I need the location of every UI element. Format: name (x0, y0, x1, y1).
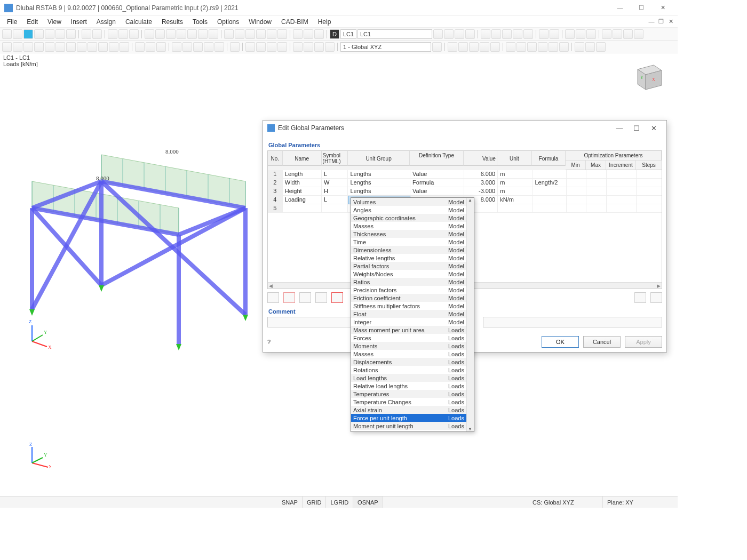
tb-b18[interactable] (304, 29, 313, 39)
tb-r10[interactable] (565, 29, 575, 39)
tb-r2[interactable] (465, 29, 475, 39)
dropdown-item[interactable]: TemperaturesLoads (351, 390, 474, 398)
t2-14[interactable] (146, 42, 155, 52)
t2-41[interactable] (559, 42, 569, 52)
t2-22[interactable] (245, 42, 255, 52)
t2-26[interactable] (293, 42, 303, 52)
t2-7[interactable] (66, 42, 76, 52)
dropdown-item[interactable]: Load lengthsLoads (351, 374, 474, 382)
tb-nav-prev[interactable] (433, 29, 443, 39)
menu-help[interactable]: Help (313, 17, 336, 27)
dropdown-item[interactable]: VolumesModel (351, 198, 474, 206)
dropdown-item[interactable]: Geographic coordinatesModel (351, 214, 474, 222)
status-snap[interactable]: SNAP (277, 497, 303, 508)
lc-field-2[interactable]: LC1 (357, 29, 432, 39)
tb-save[interactable] (45, 29, 54, 39)
tb-r8[interactable] (539, 29, 549, 39)
dropdown-item[interactable]: RotationsLoads (351, 366, 474, 374)
t2-33[interactable] (469, 42, 479, 52)
menu-results[interactable]: Results (157, 17, 188, 27)
t2-9[interactable] (88, 42, 97, 52)
t2-6[interactable] (55, 42, 65, 52)
dropdown-item[interactable]: Precision factorsModel (351, 286, 474, 294)
col-unit[interactable]: Unit (497, 151, 532, 166)
dropdown-item[interactable]: AnglesModel (351, 206, 474, 214)
tb-new[interactable] (2, 29, 12, 39)
dropdown-item[interactable]: Weights/NodesModel (351, 270, 474, 278)
mdi-close-icon[interactable]: ✕ (666, 18, 676, 25)
tb-r6[interactable] (513, 29, 522, 39)
help-button[interactable]: ? (267, 339, 280, 345)
tb-open[interactable] (13, 29, 22, 39)
col-value[interactable]: Value (464, 151, 497, 166)
t2-8[interactable] (77, 42, 86, 52)
delete-row-button[interactable] (283, 292, 295, 303)
tb-r12[interactable] (586, 29, 596, 39)
t2-1[interactable] (2, 42, 12, 52)
tb-r16[interactable] (634, 29, 643, 39)
t2-20[interactable] (214, 42, 224, 52)
tb-b5[interactable] (155, 29, 165, 39)
t2-2[interactable] (13, 42, 22, 52)
menu-cadbim[interactable]: CAD-BIM (276, 17, 313, 27)
dropdown-item[interactable]: Temperature ChangesLoads (351, 398, 474, 406)
col-min[interactable]: Min (566, 161, 586, 170)
menu-options[interactable]: Options (212, 17, 244, 27)
tb-undo[interactable] (82, 29, 91, 39)
col-def-type[interactable]: Definition Type (410, 151, 464, 166)
col-inc[interactable]: Increment (606, 161, 636, 170)
t2-18[interactable] (193, 42, 203, 52)
menu-tools[interactable]: Tools (188, 17, 212, 27)
t2-36[interactable] (506, 42, 515, 52)
t2-32[interactable] (458, 42, 468, 52)
move-right-button[interactable] (315, 292, 327, 303)
t2-29[interactable] (325, 42, 335, 52)
dropdown-item[interactable]: IntegerModel (351, 318, 474, 326)
dropdown-item[interactable]: Friction coefficientModel (351, 294, 474, 302)
tb-r4[interactable] (491, 29, 501, 39)
t2-42[interactable] (575, 42, 584, 52)
t2-28[interactable] (314, 42, 324, 52)
t2-34[interactable] (480, 42, 489, 52)
t2-30[interactable] (432, 42, 442, 52)
tb-b11[interactable] (224, 29, 234, 39)
menu-calculate[interactable]: Calculate (121, 17, 157, 27)
tb-b1[interactable] (108, 29, 117, 39)
menu-view[interactable]: View (43, 17, 66, 27)
col-name[interactable]: Name (283, 151, 322, 166)
t2-43[interactable] (585, 42, 595, 52)
status-grid[interactable]: GRID (303, 497, 327, 508)
global-combo[interactable]: 1 - Global XYZ (340, 42, 431, 52)
tb-r15[interactable] (623, 29, 633, 39)
tb-r11[interactable] (576, 29, 585, 39)
tb-b9[interactable] (198, 29, 208, 39)
cancel-button[interactable]: Cancel (583, 336, 621, 348)
dialog-titlebar[interactable]: Edit Global Parameters — ☐ ✕ (263, 121, 666, 135)
dropdown-item[interactable]: Moment per unit lengthLoads (351, 422, 474, 430)
tb-settings[interactable] (34, 29, 44, 39)
menu-file[interactable]: File (2, 17, 22, 27)
dialog-min-button[interactable]: — (611, 124, 628, 132)
t2-31[interactable] (448, 42, 457, 52)
clear-button[interactable] (331, 292, 343, 303)
dropdown-item[interactable]: Force per unit lengthLoads (351, 414, 474, 422)
lc-field-1[interactable]: LC1 (340, 29, 356, 39)
tb-b16[interactable] (277, 29, 287, 39)
t2-17[interactable] (182, 42, 192, 52)
t2-12[interactable] (120, 42, 129, 52)
dropdown-item[interactable]: RatiosModel (351, 278, 474, 286)
tb-circle[interactable] (23, 29, 33, 39)
tb-r14[interactable] (613, 29, 622, 39)
apply-button[interactable]: Apply (625, 336, 662, 348)
col-formula[interactable]: Formula (532, 151, 566, 166)
tb-b7[interactable] (177, 29, 186, 39)
dropdown-item[interactable]: FloatModel (351, 310, 474, 318)
col-no[interactable]: No. (268, 151, 283, 166)
menu-insert[interactable]: Insert (66, 17, 92, 27)
export-button[interactable] (634, 292, 646, 303)
tb-saveas[interactable] (55, 29, 65, 39)
dialog-close-button[interactable]: ✕ (645, 124, 662, 132)
dropdown-scrollbar[interactable] (466, 198, 474, 431)
t2-39[interactable] (538, 42, 547, 52)
menu-window[interactable]: Window (244, 17, 276, 27)
